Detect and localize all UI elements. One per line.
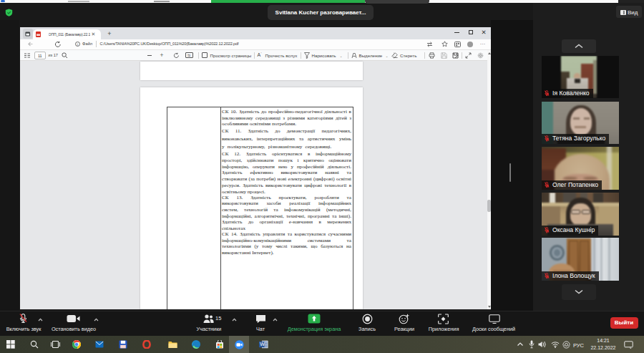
svg-text:W: W (260, 342, 265, 347)
